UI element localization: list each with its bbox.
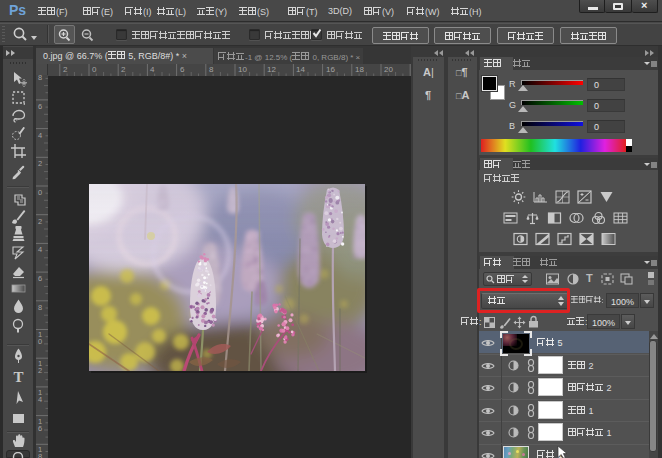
svg-text:T: T <box>13 369 23 385</box>
